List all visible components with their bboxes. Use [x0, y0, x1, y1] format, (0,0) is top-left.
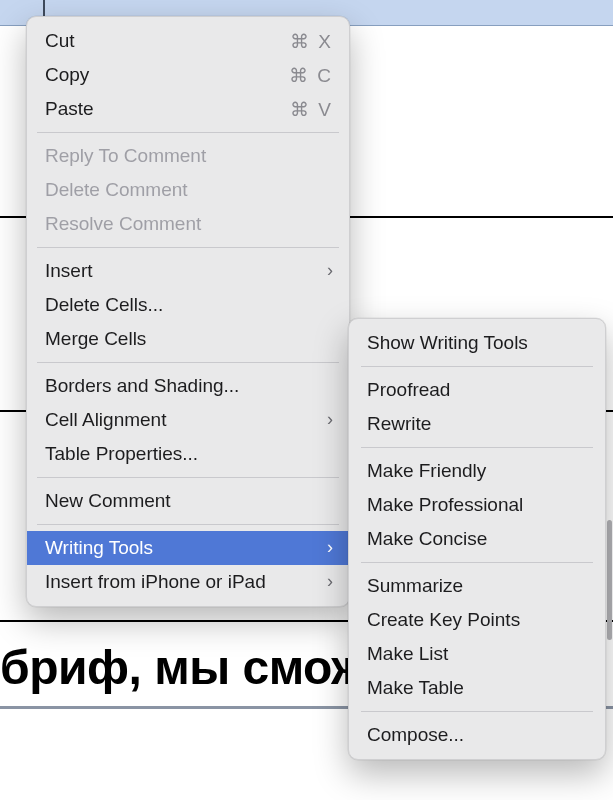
menu-item-label: Delete Cells... — [45, 294, 333, 316]
menu-separator — [37, 132, 339, 133]
menu-shortcut: ⌘ X — [290, 30, 333, 53]
menu-item-label: Cell Alignment — [45, 409, 327, 431]
submenu-item-label: Make Friendly — [367, 460, 486, 482]
menu-shortcut: ⌘ C — [289, 64, 333, 87]
scrollbar-thumb[interactable] — [607, 520, 612, 640]
submenu-item-make-list[interactable]: Make List — [349, 637, 605, 671]
menu-item-label: New Comment — [45, 490, 333, 512]
submenu-item-summarize[interactable]: Summarize — [349, 569, 605, 603]
submenu-item-make-table[interactable]: Make Table — [349, 671, 605, 705]
menu-item-borders-and-shading[interactable]: Borders and Shading... — [27, 369, 349, 403]
document-text-fragment: бриф, мы смож — [0, 640, 365, 695]
menu-item-cut[interactable]: Cut ⌘ X — [27, 24, 349, 58]
menu-separator — [37, 524, 339, 525]
menu-separator — [361, 711, 593, 712]
menu-item-label: Delete Comment — [45, 179, 333, 201]
submenu-item-label: Show Writing Tools — [367, 332, 528, 354]
menu-item-label: Insert — [45, 260, 327, 282]
submenu-item-make-professional[interactable]: Make Professional — [349, 488, 605, 522]
context-menu: Cut ⌘ X Copy ⌘ C Paste ⌘ V Reply To Comm… — [26, 16, 350, 607]
menu-item-label: Resolve Comment — [45, 213, 333, 235]
menu-separator — [361, 366, 593, 367]
menu-item-reply-to-comment: Reply To Comment — [27, 139, 349, 173]
chevron-right-icon: › — [327, 538, 333, 556]
menu-item-label: Merge Cells — [45, 328, 333, 350]
submenu-item-make-friendly[interactable]: Make Friendly — [349, 454, 605, 488]
menu-item-insert[interactable]: Insert › — [27, 254, 349, 288]
menu-item-delete-comment: Delete Comment — [27, 173, 349, 207]
submenu-item-label: Proofread — [367, 379, 450, 401]
menu-item-cell-alignment[interactable]: Cell Alignment › — [27, 403, 349, 437]
menu-shortcut: ⌘ V — [290, 98, 333, 121]
chevron-right-icon: › — [327, 572, 333, 590]
writing-tools-submenu: Show Writing Tools Proofread Rewrite Mak… — [348, 318, 606, 760]
menu-item-label: Insert from iPhone or iPad — [45, 571, 327, 593]
menu-item-label: Reply To Comment — [45, 145, 333, 167]
menu-item-label: Cut — [45, 30, 290, 52]
submenu-item-show-writing-tools[interactable]: Show Writing Tools — [349, 326, 605, 360]
submenu-item-label: Create Key Points — [367, 609, 520, 631]
submenu-item-proofread[interactable]: Proofread — [349, 373, 605, 407]
menu-item-label: Writing Tools — [45, 537, 327, 559]
menu-item-delete-cells[interactable]: Delete Cells... — [27, 288, 349, 322]
submenu-item-label: Make Professional — [367, 494, 523, 516]
chevron-right-icon: › — [327, 410, 333, 428]
submenu-item-label: Make Table — [367, 677, 464, 699]
chevron-right-icon: › — [327, 261, 333, 279]
menu-item-insert-from-iphone-or-ipad[interactable]: Insert from iPhone or iPad › — [27, 565, 349, 599]
menu-item-paste[interactable]: Paste ⌘ V — [27, 92, 349, 126]
menu-separator — [361, 447, 593, 448]
menu-separator — [37, 247, 339, 248]
menu-separator — [361, 562, 593, 563]
menu-item-label: Copy — [45, 64, 289, 86]
menu-item-writing-tools[interactable]: Writing Tools › — [27, 531, 349, 565]
menu-item-table-properties[interactable]: Table Properties... — [27, 437, 349, 471]
menu-separator — [37, 477, 339, 478]
submenu-item-create-key-points[interactable]: Create Key Points — [349, 603, 605, 637]
submenu-item-rewrite[interactable]: Rewrite — [349, 407, 605, 441]
menu-separator — [37, 362, 339, 363]
submenu-item-label: Summarize — [367, 575, 463, 597]
menu-item-copy[interactable]: Copy ⌘ C — [27, 58, 349, 92]
menu-item-new-comment[interactable]: New Comment — [27, 484, 349, 518]
menu-item-label: Table Properties... — [45, 443, 333, 465]
submenu-item-label: Make Concise — [367, 528, 487, 550]
scrollbar-track[interactable] — [607, 0, 613, 800]
submenu-item-compose[interactable]: Compose... — [349, 718, 605, 752]
menu-item-merge-cells[interactable]: Merge Cells — [27, 322, 349, 356]
menu-item-label: Paste — [45, 98, 290, 120]
menu-item-resolve-comment: Resolve Comment — [27, 207, 349, 241]
submenu-item-label: Compose... — [367, 724, 464, 746]
submenu-item-label: Make List — [367, 643, 448, 665]
submenu-item-make-concise[interactable]: Make Concise — [349, 522, 605, 556]
menu-item-label: Borders and Shading... — [45, 375, 333, 397]
submenu-item-label: Rewrite — [367, 413, 431, 435]
